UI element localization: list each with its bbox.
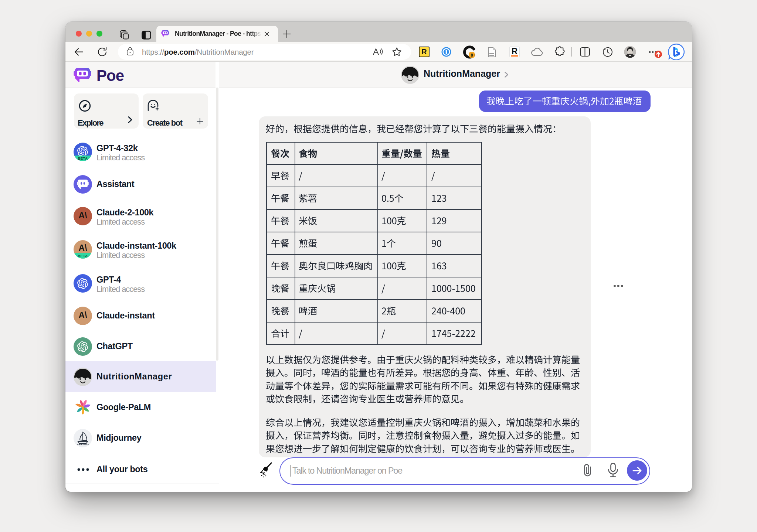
svg-text:8: 8: [471, 53, 473, 57]
